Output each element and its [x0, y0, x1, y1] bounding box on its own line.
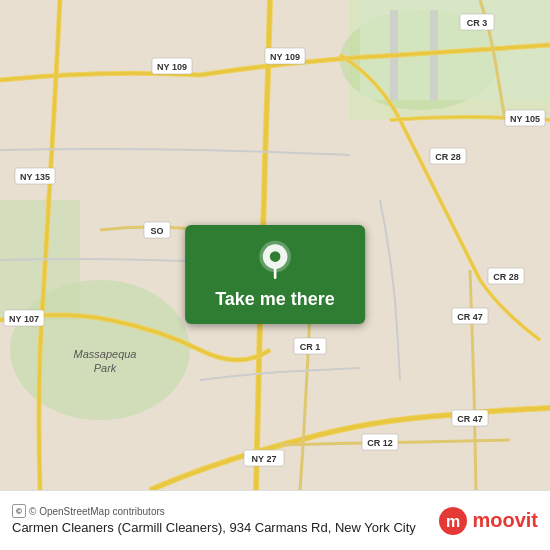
svg-text:SO: SO: [150, 226, 163, 236]
svg-text:NY 109: NY 109: [157, 62, 187, 72]
svg-text:CR 28: CR 28: [493, 272, 519, 282]
svg-text:CR 1: CR 1: [300, 342, 321, 352]
bottom-left-info: © © OpenStreetMap contributors Carmen Cl…: [12, 504, 416, 537]
osm-logo: ©: [12, 504, 26, 518]
moovit-m-icon: m: [438, 506, 468, 536]
svg-text:NY 105: NY 105: [510, 114, 540, 124]
svg-text:Massapequa: Massapequa: [74, 348, 137, 360]
map-container: NY 109 NY 109 NY 135 NY 110 CR 28 CR 28 …: [0, 0, 550, 490]
svg-text:NY 135: NY 135: [20, 172, 50, 182]
svg-text:Park: Park: [94, 362, 117, 374]
svg-text:CR 47: CR 47: [457, 312, 483, 322]
take-me-there-button[interactable]: Take me there: [185, 225, 365, 324]
svg-text:CR 47: CR 47: [457, 414, 483, 424]
svg-text:m: m: [446, 513, 460, 530]
svg-text:NY 107: NY 107: [9, 314, 39, 324]
location-pin-icon: [253, 239, 297, 283]
svg-text:CR 28: CR 28: [435, 152, 461, 162]
take-me-there-label: Take me there: [215, 289, 335, 310]
svg-text:NY 109: NY 109: [270, 52, 300, 62]
moovit-logo: m moovit: [438, 506, 538, 536]
attribution-text: © OpenStreetMap contributors: [29, 506, 165, 517]
place-name: Carmen Cleaners (Carmill Cleaners), 934 …: [12, 520, 416, 537]
bottom-bar: © © OpenStreetMap contributors Carmen Cl…: [0, 490, 550, 550]
svg-text:NY 27: NY 27: [252, 454, 277, 464]
moovit-brand-name: moovit: [472, 509, 538, 532]
osm-attribution: © © OpenStreetMap contributors: [12, 504, 416, 518]
svg-text:CR 3: CR 3: [467, 18, 488, 28]
svg-text:CR 12: CR 12: [367, 438, 393, 448]
svg-point-42: [270, 252, 281, 263]
